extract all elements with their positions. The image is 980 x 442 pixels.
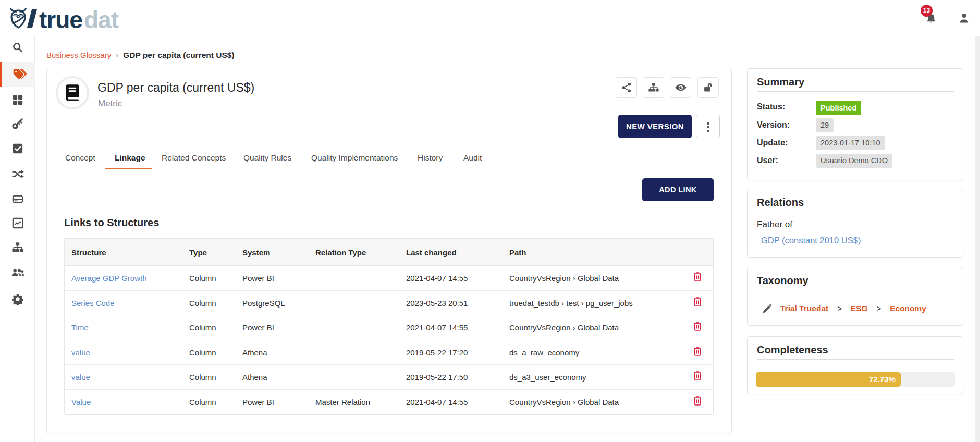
svg-text:dat: dat: [84, 6, 119, 33]
svg-text:true: true: [39, 6, 82, 33]
